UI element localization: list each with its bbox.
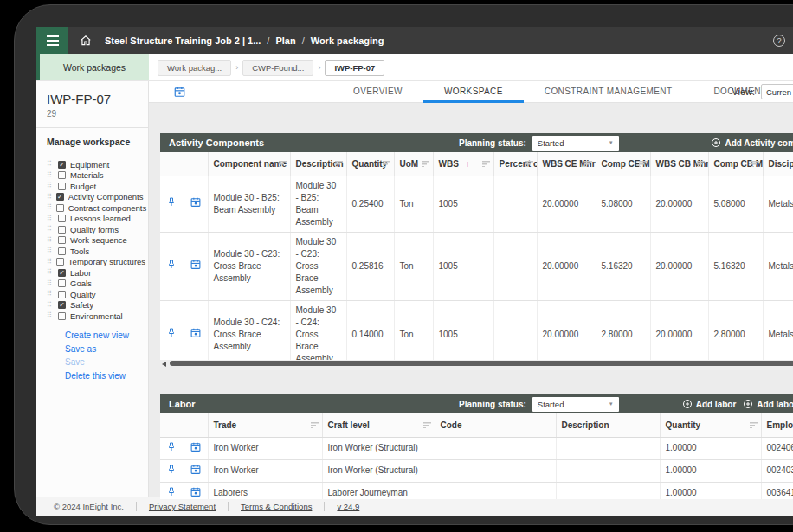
- version-link[interactable]: v 24.9: [324, 502, 359, 511]
- home-icon[interactable]: [80, 35, 92, 47]
- calendar-icon[interactable]: [184, 232, 208, 300]
- pin-icon[interactable]: [160, 459, 184, 482]
- checkbox[interactable]: [58, 236, 66, 244]
- workspace-item-temporary-structures[interactable]: ⠿Temporary structures: [47, 257, 139, 267]
- drag-handle-icon[interactable]: ⠿: [47, 291, 54, 298]
- tab-workspace[interactable]: WORKSPACE: [423, 81, 524, 103]
- drag-handle-icon[interactable]: ⠿: [47, 280, 54, 287]
- drag-handle-icon[interactable]: ⠿: [47, 172, 54, 179]
- workspace-item-work-sequence[interactable]: ⠿Work sequence: [47, 235, 139, 246]
- workspace-item-tools[interactable]: ⠿Tools: [47, 246, 139, 256]
- checkbox[interactable]: [58, 171, 66, 179]
- filter-icon[interactable]: [697, 161, 705, 167]
- planning-status-dropdown[interactable]: Started ▼: [532, 397, 619, 412]
- checkbox[interactable]: ✓: [58, 161, 66, 169]
- add-labor-button[interactable]: Add labor: [682, 399, 737, 409]
- workspace-item-equipment[interactable]: ⠿✓Equipment: [47, 159, 139, 170]
- drag-handle-icon[interactable]: ⠿: [47, 237, 54, 244]
- filter-icon[interactable]: [750, 422, 758, 428]
- breadcrumb-plan[interactable]: Plan: [275, 35, 295, 46]
- filter-icon[interactable]: [383, 161, 390, 167]
- column-header-craft-level[interactable]: Craft level: [322, 413, 435, 437]
- calendar-icon[interactable]: [184, 459, 208, 482]
- column-header-code[interactable]: Code: [435, 413, 556, 437]
- hamburger-menu-icon[interactable]: [36, 27, 68, 54]
- workspace-item-goals[interactable]: ⠿Goals: [47, 279, 139, 289]
- column-header-wbs-cb-mhr[interactable]: WBS CB Mhr: [650, 152, 708, 176]
- drag-handle-icon[interactable]: ⠿: [47, 259, 52, 266]
- pin-icon[interactable]: [160, 176, 184, 232]
- column-header-comp-ce-mh[interactable]: Comp CE Mh: [596, 152, 650, 176]
- pin-icon[interactable]: [160, 300, 184, 360]
- workspace-item-budget[interactable]: ⠿Budget: [47, 181, 139, 191]
- pin-icon[interactable]: [160, 232, 184, 300]
- filter-icon[interactable]: [422, 161, 429, 167]
- column-header-wbs-ce-mhr[interactable]: WBS CE Mhr: [537, 152, 596, 176]
- terms-conditions-link[interactable]: Terms & Conditions: [228, 502, 312, 511]
- add-labor-from-button[interactable]: Add labor fr: [743, 399, 793, 409]
- workspace-item-environmental[interactable]: ⠿Environmental: [47, 311, 139, 321]
- workspace-item-lessons-learned[interactable]: ⠿Lessons learned: [47, 214, 139, 224]
- chip-iwp-active[interactable]: IWP-FP-07: [325, 60, 384, 76]
- column-header-wbs[interactable]: WBS↑: [433, 152, 493, 176]
- table-row[interactable]: LaborersLaborer Journeyman1.000000036411…: [160, 482, 793, 499]
- drag-handle-icon[interactable]: ⠿: [47, 226, 54, 233]
- drag-handle-icon[interactable]: ⠿: [47, 161, 54, 168]
- table-row[interactable]: Iron WorkerIron Worker (Structural)1.000…: [160, 437, 793, 459]
- checkbox[interactable]: [56, 258, 64, 266]
- checkbox[interactable]: ✓: [58, 301, 66, 309]
- workspace-item-activity-components[interactable]: ⠿✓Activity Components: [47, 192, 139, 202]
- drag-handle-icon[interactable]: ⠿: [47, 312, 54, 319]
- column-header-description[interactable]: Description: [290, 152, 346, 176]
- workspace-item-labor[interactable]: ⠿✓Labor: [47, 267, 139, 278]
- filter-icon[interactable]: [525, 161, 533, 167]
- filter-icon[interactable]: [751, 161, 759, 167]
- checkbox[interactable]: ✓: [56, 193, 64, 201]
- filter-icon[interactable]: [482, 161, 490, 167]
- work-packages-tab[interactable]: Work packages: [36, 54, 149, 80]
- scrollbar-thumb[interactable]: [170, 361, 793, 366]
- table-row[interactable]: Iron WorkerIron Worker (Structural)1.000…: [160, 459, 793, 482]
- checkbox[interactable]: [56, 204, 64, 212]
- chip-cwp[interactable]: CWP-Found...: [242, 60, 313, 76]
- checkbox[interactable]: [58, 247, 66, 255]
- save-as-link[interactable]: Save as: [65, 344, 139, 354]
- filter-icon[interactable]: [423, 422, 431, 428]
- drag-handle-icon[interactable]: ⠿: [47, 183, 54, 189]
- checkbox[interactable]: [58, 215, 66, 222]
- workspace-item-safety[interactable]: ⠿✓Safety: [47, 300, 139, 311]
- column-header-quantity[interactable]: Quantity: [660, 413, 761, 437]
- filter-icon[interactable]: [639, 161, 647, 167]
- checkbox[interactable]: ✓: [58, 269, 66, 277]
- tab-constraint-management[interactable]: CONSTRAINT MANAGEMENT: [524, 81, 693, 103]
- checkbox[interactable]: [58, 291, 66, 298]
- calendar-icon[interactable]: [184, 482, 208, 499]
- add-activity-component-button[interactable]: Add Activity compo: [711, 138, 793, 148]
- table-row[interactable]: Module 30 - C23: Cross Brace AssemblyMod…: [160, 232, 793, 300]
- table-row[interactable]: Module 30 - B25: Beam AssemblyModule 30 …: [160, 176, 793, 232]
- drag-handle-icon[interactable]: ⠿: [47, 247, 54, 254]
- column-header-percent-c[interactable]: Percent c: [493, 152, 537, 176]
- workspace-item-contract-components[interactable]: ⠿Contract components: [47, 202, 139, 213]
- column-header-description[interactable]: Description: [556, 413, 660, 437]
- view-dropdown[interactable]: Curren: [761, 84, 793, 99]
- privacy-statement-link[interactable]: Privacy Statement: [136, 502, 216, 511]
- tab-overview[interactable]: OVERVIEW: [332, 81, 423, 103]
- breadcrumb-project[interactable]: Steel Structure Training Job 2 | 1...: [105, 35, 261, 46]
- chip-work-packages[interactable]: Work packag...: [158, 60, 231, 76]
- drag-handle-icon[interactable]: ⠿: [47, 215, 54, 222]
- pin-icon[interactable]: [160, 437, 184, 459]
- sort-asc-icon[interactable]: ↑: [466, 159, 470, 169]
- workspace-item-quality[interactable]: ⠿Quality: [47, 289, 139, 299]
- create-new-view-link[interactable]: Create new view: [65, 330, 139, 340]
- workspace-item-quality-forms[interactable]: ⠿Quality forms: [47, 224, 139, 234]
- filter-icon[interactable]: [279, 161, 287, 167]
- breadcrumb-page[interactable]: Work packaging: [311, 35, 384, 46]
- checkbox[interactable]: [58, 312, 66, 320]
- column-header-trade[interactable]: Trade: [208, 413, 322, 437]
- planning-status-dropdown[interactable]: Started ▼: [532, 136, 619, 151]
- help-icon[interactable]: ?: [773, 35, 785, 47]
- column-header-comp-cb-mh[interactable]: Comp CB Mh: [708, 152, 763, 176]
- column-header-component-name[interactable]: Component name: [208, 152, 290, 176]
- drag-handle-icon[interactable]: ⠿: [47, 269, 54, 276]
